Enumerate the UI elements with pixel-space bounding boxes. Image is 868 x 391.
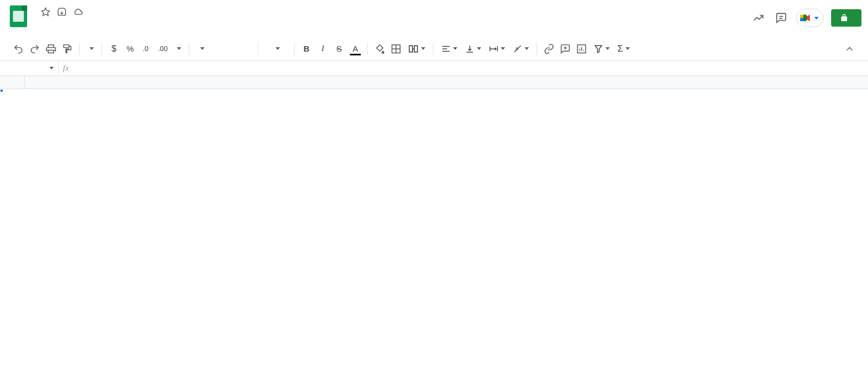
comment-history-icon[interactable]	[774, 10, 789, 26]
bold-icon[interactable]: B	[299, 41, 314, 56]
print-icon[interactable]	[43, 41, 59, 56]
column-headers	[0, 76, 868, 89]
formula-input[interactable]	[73, 61, 868, 75]
menubar	[35, 20, 751, 36]
meet-icon	[799, 11, 812, 24]
borders-icon[interactable]	[388, 41, 404, 56]
fontsize-select[interactable]	[263, 47, 290, 50]
sheets-logo[interactable]	[7, 4, 30, 28]
rotate-select[interactable]: A	[509, 44, 532, 54]
trend-icon[interactable]	[751, 10, 766, 26]
chart-icon[interactable]	[574, 41, 589, 56]
svg-rect-5	[800, 18, 803, 21]
merge-select[interactable]	[405, 43, 429, 54]
link-icon[interactable]	[541, 41, 557, 56]
percent-icon[interactable]: %	[123, 41, 138, 56]
italic-icon[interactable]: I	[315, 41, 330, 56]
zoom-select[interactable]	[84, 47, 97, 50]
undo-icon[interactable]	[11, 41, 26, 56]
star-icon[interactable]	[40, 7, 51, 17]
lock-icon	[840, 14, 848, 22]
svg-marker-6	[807, 15, 810, 21]
svg-rect-8	[48, 50, 54, 53]
currency-icon[interactable]: $	[106, 41, 122, 56]
svg-rect-9	[63, 45, 69, 47]
svg-rect-14	[414, 46, 418, 52]
svg-rect-7	[48, 45, 54, 47]
meet-button[interactable]	[796, 9, 824, 27]
wrap-select[interactable]	[486, 44, 508, 54]
move-icon[interactable]	[56, 7, 67, 17]
svg-rect-13	[410, 46, 413, 52]
expand-toolbar-icon[interactable]	[842, 41, 857, 56]
svg-marker-0	[42, 8, 50, 16]
number-format-select[interactable]	[171, 47, 184, 50]
redo-icon[interactable]	[27, 41, 42, 56]
svg-marker-31	[595, 46, 602, 53]
increase-decimal-icon[interactable]: .00	[155, 41, 170, 56]
select-all-corner[interactable]	[0, 76, 25, 89]
svg-rect-4	[800, 15, 803, 18]
svg-text:A: A	[515, 46, 518, 51]
functions-select[interactable]: Σ	[614, 43, 633, 54]
strike-icon[interactable]: S	[331, 41, 347, 56]
text-color-icon[interactable]: A	[348, 41, 363, 56]
comment-icon[interactable]	[558, 41, 573, 56]
font-select[interactable]	[194, 47, 253, 50]
toolbar: $ % .0 .00 B I S A A Σ	[0, 37, 868, 61]
fx-icon: fx	[59, 64, 73, 73]
name-box[interactable]	[0, 61, 59, 75]
selection-handle[interactable]	[0, 89, 3, 92]
halign-select[interactable]	[438, 44, 461, 54]
share-button[interactable]	[831, 9, 861, 27]
decrease-decimal-icon[interactable]: .0	[139, 41, 154, 56]
cloud-saved-icon[interactable]	[73, 7, 84, 17]
paint-format-icon[interactable]	[60, 41, 75, 56]
filter-select[interactable]	[590, 44, 613, 54]
fill-color-icon[interactable]	[372, 41, 387, 56]
valign-select[interactable]	[462, 44, 484, 54]
